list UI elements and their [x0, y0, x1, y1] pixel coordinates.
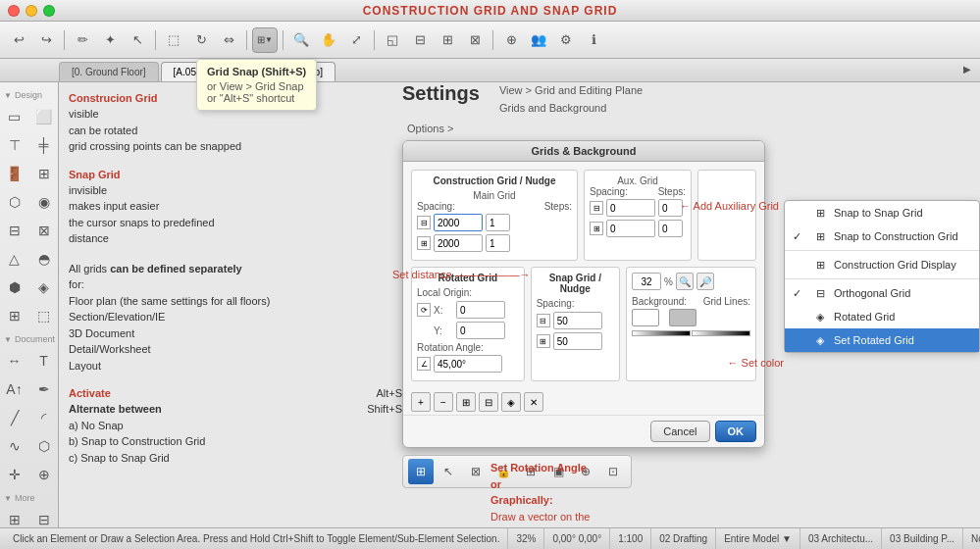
grid-display-button[interactable]: ⊞: [456, 392, 476, 412]
close-button[interactable]: [8, 5, 20, 17]
section-button[interactable]: ⊞: [435, 27, 460, 53]
y-value[interactable]: [456, 322, 505, 339]
status-overrides[interactable]: No Overrides ▼: [963, 528, 980, 549]
dimension-tool[interactable]: ↔: [1, 347, 28, 374]
publish-button[interactable]: ⊕: [498, 27, 524, 53]
status-mode3[interactable]: 03 Architectu...: [800, 528, 882, 549]
fit-button[interactable]: ⤢: [343, 27, 369, 53]
cursor-button[interactable]: ↖: [125, 27, 150, 53]
hotspot-tool[interactable]: ✛: [1, 461, 28, 488]
grid-lines-color-box[interactable]: [669, 309, 696, 326]
column-tool[interactable]: ⊤: [1, 131, 28, 159]
info-button[interactable]: ℹ: [581, 27, 606, 53]
new-tab-button[interactable]: ▶: [954, 56, 980, 81]
3d-button[interactable]: ◱: [380, 27, 405, 53]
elevation-button[interactable]: ⊠: [462, 27, 488, 53]
snap-tb-1[interactable]: ↖: [436, 459, 461, 484]
snap-menu-item-display[interactable]: ⊞ Construction Grid Display: [785, 253, 979, 276]
set-rotated-icon: ◈: [812, 332, 828, 348]
polygon-tool[interactable]: ⬡: [30, 432, 58, 460]
grid-option-button[interactable]: ◈: [501, 392, 521, 412]
slab-tool[interactable]: ⬜: [30, 103, 58, 130]
zoom-value[interactable]: [632, 273, 661, 290]
minimize-button[interactable]: [26, 5, 37, 17]
x-value[interactable]: [456, 301, 505, 319]
cancel-button[interactable]: Cancel: [650, 421, 709, 442]
fill-tool[interactable]: ✒: [30, 375, 58, 403]
remove-row-button[interactable]: −: [434, 392, 453, 412]
snap-menu-item-set-rotated[interactable]: ◈ Set Rotated Grid: [785, 328, 979, 352]
status-mode1[interactable]: 02 Drafting: [651, 528, 716, 549]
curtain-tool[interactable]: ⊞: [1, 302, 28, 329]
zone-tool[interactable]: ⬚: [30, 302, 58, 329]
spline-tool[interactable]: ∿: [1, 432, 28, 460]
status-zoom[interactable]: 32%: [508, 528, 544, 549]
main-grid-steps-1[interactable]: [486, 214, 510, 231]
rotation-angle-label: Rotation Angle:: [417, 342, 519, 353]
snap-tb-2[interactable]: ⊠: [463, 459, 489, 484]
teamwork-button[interactable]: 👥: [526, 27, 551, 53]
all-grids-text: All grids can be defined separately for:…: [69, 261, 402, 374]
shell-tool[interactable]: ◓: [30, 245, 58, 273]
snap-menu-item-construction-grid[interactable]: ✓ ⊞ Snap to Construction Grid: [785, 225, 979, 248]
aux-steps-2[interactable]: [658, 220, 683, 237]
snap-value-1[interactable]: [553, 312, 602, 329]
snap-menu-item-rotated[interactable]: ◈ Rotated Grid: [785, 305, 979, 328]
line-tool[interactable]: ╱: [1, 404, 28, 431]
text-tool[interactable]: T: [30, 347, 58, 374]
ramp-tool[interactable]: ⊠: [30, 217, 58, 244]
arc-tool[interactable]: ◜: [30, 404, 58, 431]
dialog-top-row: Construction Grid / Nudge Main Grid Spac…: [411, 170, 756, 261]
pan-button[interactable]: ✋: [316, 27, 341, 53]
wall-tool[interactable]: ▭: [1, 103, 28, 130]
bg-slider[interactable]: [632, 330, 691, 336]
magic-wand-button[interactable]: ✦: [97, 27, 123, 53]
settings-cog-button[interactable]: ⚙: [553, 27, 579, 53]
add-row-button[interactable]: +: [411, 392, 431, 412]
morph-tool[interactable]: ⬢: [1, 274, 28, 301]
aux-spacing-1[interactable]: [606, 199, 655, 217]
tab-bar: [0. Ground Floor] [A.05 Construction Gri…: [0, 59, 980, 82]
marquee-button[interactable]: ⬚: [161, 27, 186, 53]
rotation-angle-value[interactable]: [434, 355, 502, 373]
stair-tool[interactable]: ⊟: [1, 217, 28, 244]
grid-snap-button[interactable]: ⊞▼: [252, 27, 278, 53]
object-tool[interactable]: ⬡: [1, 188, 28, 216]
snap-tb-active[interactable]: ⊞: [408, 459, 434, 484]
window-tool[interactable]: ⊞: [30, 160, 58, 187]
lamp-tool[interactable]: ◉: [30, 188, 58, 216]
ok-button[interactable]: OK: [715, 421, 757, 442]
figure-tool[interactable]: ⊕: [30, 461, 58, 488]
delete-button[interactable]: ✕: [524, 392, 543, 412]
main-grid-steps-2[interactable]: [486, 234, 510, 252]
maximize-button[interactable]: [43, 5, 55, 17]
snap-tb-7[interactable]: ⊡: [600, 459, 626, 484]
beam-tool[interactable]: ╪: [30, 131, 58, 159]
door-tool[interactable]: 🚪: [1, 160, 28, 187]
mirror-button[interactable]: ⇔: [216, 27, 241, 53]
main-grid-spacing-2[interactable]: [434, 234, 483, 252]
tab-ground-floor[interactable]: [0. Ground Floor]: [59, 62, 159, 81]
zoom-in-button[interactable]: 🔍: [676, 273, 694, 290]
main-grid-spacing-1[interactable]: [434, 214, 483, 231]
undo-button[interactable]: ↩: [6, 27, 31, 53]
background-color-box[interactable]: [632, 309, 659, 326]
snap-value-2[interactable]: [553, 332, 602, 350]
zoom-out-button[interactable]: 🔎: [696, 273, 714, 290]
snap-menu-item-snap-grid[interactable]: ⊞ Snap to Snap Grid: [785, 201, 979, 225]
floor-plan-button[interactable]: ⊟: [407, 27, 433, 53]
status-mode4[interactable]: 03 Building P...: [882, 528, 963, 549]
pencil-button[interactable]: ✏: [70, 27, 95, 53]
snap-menu-item-orthogonal[interactable]: ✓ ⊟ Orthogonal Grid: [785, 281, 979, 305]
status-scale[interactable]: 1:100: [610, 528, 651, 549]
roof-tool[interactable]: △: [1, 245, 28, 273]
aux-spacing-2[interactable]: [606, 220, 655, 237]
rotate-button[interactable]: ↻: [188, 27, 214, 53]
gl-slider[interactable]: [692, 330, 750, 336]
status-mode2[interactable]: Entire Model ▼: [716, 528, 800, 549]
grid-snap-icon-button[interactable]: ⊟: [479, 392, 498, 412]
redo-button[interactable]: ↪: [33, 27, 59, 53]
label-tool[interactable]: A↑: [1, 375, 28, 403]
zoom-button[interactable]: 🔍: [288, 27, 314, 53]
mesh-tool[interactable]: ◈: [30, 274, 58, 301]
